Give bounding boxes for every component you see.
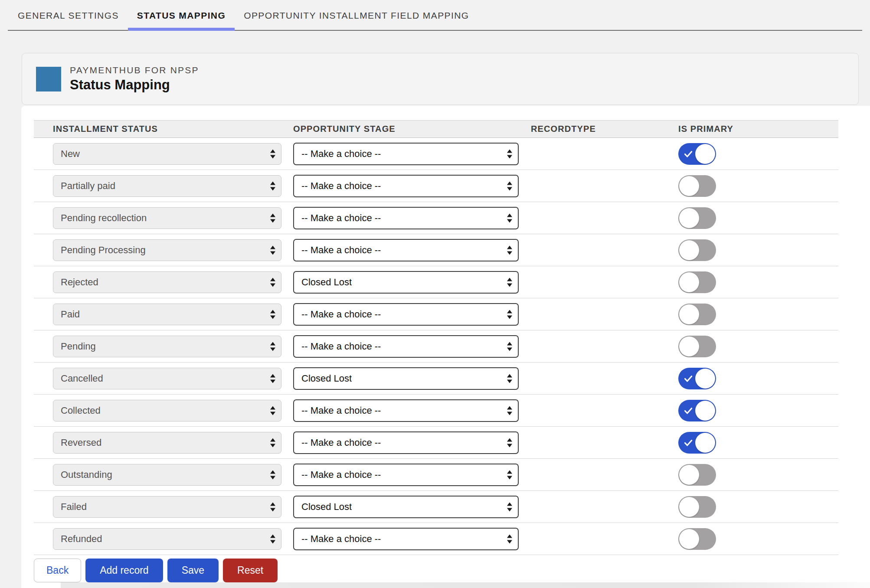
- is-primary-toggle[interactable]: [678, 336, 716, 357]
- installment-status-select[interactable]: Cancelled: [53, 368, 281, 389]
- opportunity-stage-select[interactable]: -- Make a choice --: [293, 143, 519, 165]
- table-row: Reversed-- Make a choice --: [34, 427, 838, 459]
- is-primary-toggle[interactable]: [678, 207, 716, 229]
- select-spinner-icon: [507, 310, 512, 319]
- opportunity-stage-select[interactable]: -- Make a choice --: [293, 464, 519, 486]
- opportunity-stage-value: -- Make a choice --: [301, 469, 381, 480]
- select-spinner-icon: [270, 374, 275, 383]
- tab-general-settings[interactable]: GENERAL SETTINGS: [9, 0, 128, 31]
- table-row: Collected-- Make a choice --: [34, 395, 838, 427]
- installment-status-value: Outstanding: [61, 469, 112, 480]
- is-primary-toggle[interactable]: [678, 304, 716, 325]
- opportunity-stage-cell: -- Make a choice --: [293, 303, 531, 326]
- is-primary-cell: [678, 143, 838, 165]
- installment-status-cell: Reversed: [53, 432, 293, 454]
- toggle-knob: [679, 529, 699, 549]
- installment-status-select[interactable]: Reversed: [53, 432, 281, 454]
- tab-opportunity-installment-field-mapping[interactable]: OPPORTUNITY INSTALLMENT FIELD MAPPING: [235, 0, 478, 31]
- is-primary-cell: [678, 432, 838, 454]
- opportunity-stage-select[interactable]: -- Make a choice --: [293, 239, 519, 261]
- opportunity-stage-select[interactable]: Closed Lost: [293, 271, 519, 294]
- toggle-knob: [679, 272, 699, 292]
- installment-status-value: Paid: [61, 309, 80, 320]
- installment-status-cell: Collected: [53, 400, 293, 421]
- installment-status-select[interactable]: Outstanding: [53, 464, 281, 486]
- installment-status-select[interactable]: Paid: [53, 304, 281, 325]
- is-primary-cell: [678, 496, 838, 518]
- select-spinner-icon: [507, 149, 512, 158]
- add-record-button[interactable]: Add record: [85, 559, 163, 582]
- select-spinner-icon: [507, 342, 512, 351]
- opportunity-stage-value: Closed Lost: [301, 373, 352, 384]
- installment-status-cell: Pending recollection: [53, 207, 293, 229]
- is-primary-toggle[interactable]: [678, 432, 716, 454]
- opportunity-stage-select[interactable]: -- Make a choice --: [293, 207, 519, 229]
- opportunity-stage-select[interactable]: Closed Lost: [293, 496, 519, 518]
- is-primary-cell: [678, 271, 838, 293]
- installment-status-select[interactable]: Pending: [53, 336, 281, 357]
- select-spinner-icon: [270, 534, 275, 543]
- installment-status-select[interactable]: Failed: [53, 496, 281, 518]
- is-primary-toggle[interactable]: [678, 271, 716, 293]
- opportunity-stage-select[interactable]: -- Make a choice --: [293, 335, 519, 358]
- table-row: New-- Make a choice --: [34, 138, 838, 170]
- opportunity-stage-value: Closed Lost: [301, 277, 352, 288]
- is-primary-toggle[interactable]: [678, 368, 716, 389]
- opportunity-stage-select[interactable]: -- Make a choice --: [293, 175, 519, 197]
- toggle-knob: [679, 304, 699, 324]
- column-header-recordtype: RECORDTYPE: [531, 124, 678, 134]
- installment-status-select[interactable]: Partially paid: [53, 175, 281, 197]
- actions-bar: Back Add record Save Reset: [34, 559, 870, 582]
- opportunity-stage-value: -- Make a choice --: [301, 212, 381, 224]
- is-primary-toggle[interactable]: [678, 175, 716, 197]
- opportunity-stage-value: -- Make a choice --: [301, 533, 381, 545]
- opportunity-stage-select[interactable]: Closed Lost: [293, 367, 519, 390]
- opportunity-stage-value: -- Make a choice --: [301, 405, 381, 416]
- select-spinner-icon: [270, 181, 275, 190]
- select-spinner-icon: [270, 149, 275, 158]
- save-button[interactable]: Save: [167, 559, 219, 582]
- opportunity-stage-select[interactable]: -- Make a choice --: [293, 399, 519, 422]
- back-button[interactable]: Back: [34, 559, 81, 582]
- installment-status-select[interactable]: Pending recollection: [53, 207, 281, 229]
- table-row: Outstanding-- Make a choice --: [34, 459, 838, 491]
- installment-status-select[interactable]: Pending Processing: [53, 239, 281, 261]
- is-primary-toggle[interactable]: [678, 239, 716, 261]
- check-icon: [683, 373, 693, 384]
- check-icon: [683, 438, 693, 448]
- installment-status-select[interactable]: Rejected: [53, 271, 281, 293]
- installment-status-value: Failed: [61, 501, 87, 513]
- installment-status-select[interactable]: New: [53, 143, 281, 165]
- opportunity-stage-cell: Closed Lost: [293, 496, 531, 518]
- toggle-knob: [679, 176, 699, 196]
- select-spinner-icon: [270, 245, 275, 255]
- opportunity-stage-select[interactable]: -- Make a choice --: [293, 303, 519, 326]
- is-primary-cell: [678, 400, 838, 421]
- table-row: Partially paid-- Make a choice --: [34, 170, 838, 202]
- installment-status-select[interactable]: Refunded: [53, 528, 281, 550]
- opportunity-stage-select[interactable]: -- Make a choice --: [293, 528, 519, 550]
- installment-status-cell: Pending Processing: [53, 239, 293, 261]
- table-row: RejectedClosed Lost: [34, 266, 838, 298]
- is-primary-cell: [678, 207, 838, 229]
- opportunity-stage-cell: Closed Lost: [293, 367, 531, 390]
- reset-button[interactable]: Reset: [223, 559, 278, 582]
- installment-status-value: Partially paid: [61, 180, 115, 192]
- select-spinner-icon: [507, 406, 512, 415]
- opportunity-stage-select[interactable]: -- Make a choice --: [293, 431, 519, 454]
- is-primary-toggle[interactable]: [678, 496, 716, 518]
- is-primary-toggle[interactable]: [678, 464, 716, 486]
- installment-status-value: Collected: [61, 405, 101, 416]
- select-spinner-icon: [507, 181, 512, 190]
- opportunity-stage-cell: -- Make a choice --: [293, 207, 531, 229]
- is-primary-toggle[interactable]: [678, 528, 716, 550]
- installment-status-value: Pending Processing: [61, 245, 146, 256]
- tab-status-mapping[interactable]: STATUS MAPPING: [128, 0, 235, 31]
- opportunity-stage-cell: -- Make a choice --: [293, 399, 531, 422]
- installment-status-select[interactable]: Collected: [53, 400, 281, 421]
- column-header-installment-status: INSTALLMENT STATUS: [53, 124, 293, 134]
- tab-bar: GENERAL SETTINGSSTATUS MAPPINGOPPORTUNIT…: [0, 0, 870, 31]
- toggle-knob: [679, 497, 699, 517]
- is-primary-toggle[interactable]: [678, 400, 716, 421]
- is-primary-toggle[interactable]: [678, 143, 716, 165]
